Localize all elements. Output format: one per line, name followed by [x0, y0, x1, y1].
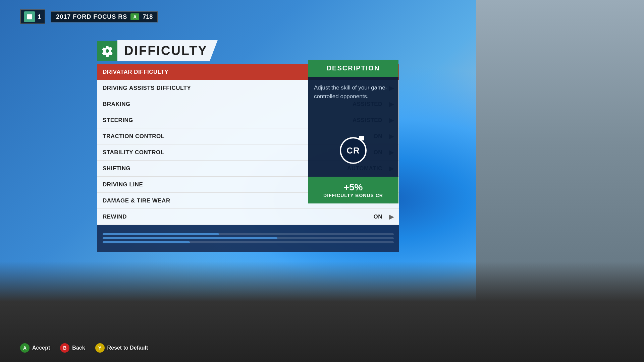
car-pi: 718: [143, 13, 153, 20]
car-class: A: [130, 13, 139, 20]
cr-bonus-label: DIFFICULTY BONUS CR: [311, 193, 395, 198]
car-badge: 2017 FORD FOCUS RS A 718: [51, 11, 158, 22]
accept-label: Accept: [32, 345, 50, 351]
scroll-fill-2: [103, 237, 277, 239]
description-text: Adjust the skill of your game-controlled…: [308, 77, 398, 130]
back-label: Back: [72, 345, 85, 351]
gear-icon: [97, 41, 117, 61]
drivatar-label: DRIVATAR DIFFICULTY: [103, 69, 325, 75]
cr-dot: [359, 136, 364, 140]
reset-label: Reset to Default: [107, 345, 148, 351]
car-name: 2017 FORD FOCUS RS: [56, 13, 127, 20]
bottom-controls: A Accept B Back Y Reset to Default: [20, 343, 148, 353]
scroll-track-1: [103, 233, 394, 235]
cr-bonus-pct: +5%: [311, 182, 395, 193]
top-bar: 1 2017 FORD FOCUS RS A 718: [20, 9, 158, 24]
scroll-area: [97, 225, 399, 252]
setting-name-8: REWIND: [103, 214, 374, 220]
scroll-track-2: [103, 237, 394, 239]
setting-arrow-8[interactable]: ▶: [389, 213, 394, 221]
title-bar: DIFFICULTY: [97, 40, 399, 61]
cr-icon-wrapper: CR: [340, 137, 367, 164]
description-title: DESCRIPTION: [308, 60, 398, 77]
title-box: DIFFICULTY: [117, 40, 218, 61]
y-button-icon: Y: [95, 343, 105, 353]
b-button-icon: B: [60, 343, 69, 353]
scroll-track-3: [103, 241, 394, 243]
player-icon: [24, 11, 35, 22]
cr-bonus-bar: +5% DIFFICULTY BONUS CR: [308, 177, 398, 203]
scroll-fill-3: [103, 241, 190, 243]
description-panel: DESCRIPTION Adjust the skill of your gam…: [308, 60, 398, 203]
svg-rect-0: [27, 14, 32, 19]
player-number: 1: [38, 13, 41, 21]
scroll-fill-1: [103, 233, 219, 235]
reset-button[interactable]: Y Reset to Default: [95, 343, 148, 353]
setting-name-7: DAMAGE & TIRE WEAR: [103, 197, 342, 204]
back-button[interactable]: B Back: [60, 343, 85, 353]
cr-icon: CR: [340, 137, 367, 164]
cr-area: CR: [308, 130, 398, 177]
setting-value-8: ON: [374, 214, 383, 220]
a-button-icon: A: [20, 343, 30, 353]
accept-button[interactable]: A Accept: [20, 343, 50, 353]
page-title: DIFFICULTY: [124, 44, 208, 58]
setting-row-8[interactable]: REWIND ON ▶: [97, 209, 399, 225]
player-badge: 1: [20, 9, 45, 24]
